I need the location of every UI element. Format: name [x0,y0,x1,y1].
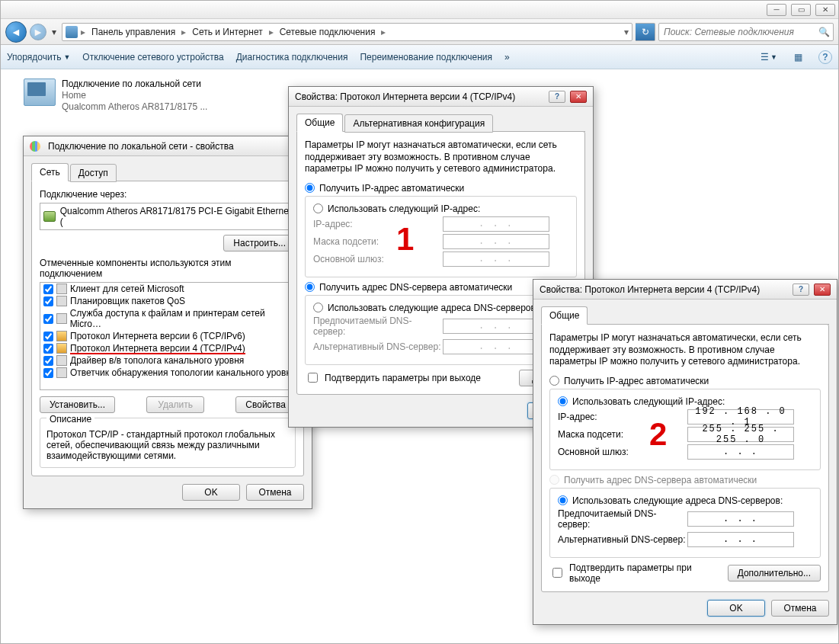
tabs: Сеть Доступ [31,162,304,181]
search-input[interactable] [662,26,818,38]
cancel-button[interactable]: Отмена [771,600,829,617]
chevron-down-icon[interactable]: ▾ [624,27,629,37]
list-item-ipv4[interactable]: Протокол Интернета версии 4 (TCP/IPv4) [40,342,295,354]
control-panel-icon [66,26,78,38]
checkbox[interactable] [43,284,53,294]
tab-general[interactable]: Общие [541,306,588,325]
dialog-title-bar[interactable]: Свойства: Протокол Интернета версии 4 (T… [289,87,593,107]
properties-button[interactable]: Свойства [235,396,296,413]
list-item[interactable]: Служба доступа к файлам и принтерам сете… [40,307,295,330]
ip-input[interactable]: 192 . 168 . 0 . 1 [687,409,794,425]
mask-input[interactable]: 255 . 255 . 255 . 0 [687,427,794,442]
alt-dns-label: Альтернативный DNS-сервер: [313,341,443,352]
checkbox[interactable] [43,296,53,306]
list-item[interactable]: Драйвер в/в тополога канального уровня [40,354,295,367]
chevron-right-icon: ▸ [379,27,387,37]
list-item[interactable]: Клиент для сетей Microsoft [40,283,295,295]
close-button[interactable]: ✕ [815,4,835,16]
help-button[interactable]: ? [793,284,809,296]
alt-dns-input[interactable]: . . . [687,532,794,547]
radio-manual-ip[interactable]: Использовать следующий IP-адрес: [558,396,812,407]
breadcrumb-segment[interactable]: Сетевые подключения [277,27,379,37]
refresh-button[interactable]: ↻ [636,23,655,41]
radio[interactable] [558,396,568,406]
radio-manual-ip[interactable]: Использовать следующий IP-адрес: [313,203,568,214]
components-list[interactable]: Клиент для сетей Microsoft Планировщик п… [40,282,296,390]
breadcrumb[interactable]: ▸ Панель управления ▸ Сеть и Интернет ▸ … [62,23,632,41]
uninstall-button[interactable]: Удалить [146,396,204,413]
ok-button[interactable]: OK [182,484,240,501]
radio[interactable] [305,183,315,193]
configure-button[interactable]: Настроить... [223,235,296,252]
radio-auto-ip[interactable]: Получить IP-адрес автоматически [549,376,821,386]
validate-checkbox[interactable] [552,568,562,578]
validate-checkbox[interactable] [308,373,318,383]
help-icon[interactable]: ? [818,50,832,64]
ip-input[interactable]: . . . [443,216,549,232]
minimize-button[interactable]: ─ [767,4,786,16]
radio-auto-ip[interactable]: Получить IP-адрес автоматически [305,183,577,194]
component-icon [56,284,67,294]
search-icon[interactable]: 🔍 [818,27,830,37]
radio-auto-dns[interactable]: Получить адрес DNS-сервера автоматически [549,475,821,485]
tab-alternate[interactable]: Альтернативная конфигурация [344,114,493,133]
toolbar-organize[interactable]: Упорядочить▼ [7,52,70,62]
toolbar-rename[interactable]: Переименование подключения [360,52,492,62]
gateway-input[interactable]: . . . [443,252,549,267]
checkbox[interactable] [43,356,53,366]
pref-dns-input[interactable]: . . . [687,511,794,527]
tabs: Общие Альтернативная конфигурация [296,113,585,132]
component-icon [56,296,67,306]
gateway-input[interactable]: . . . [687,444,794,460]
list-item[interactable]: Планировщик пакетов QoS [40,295,295,307]
install-button[interactable]: Установить... [40,396,115,413]
toolbar-disable[interactable]: Отключение сетевого устройства [82,52,223,62]
connection-hardware: Qualcomm Atheros AR8171/8175 ... [62,101,207,112]
radio[interactable] [549,376,559,386]
dialog-title: Подключение по локальной сети - свойства [48,141,306,152]
nav-history-dropdown[interactable]: ▾ [50,24,59,40]
tab-access[interactable]: Доступ [70,164,117,182]
checkbox[interactable] [43,368,53,378]
view-options-icon[interactable]: ☰▼ [761,50,777,65]
advanced-button[interactable]: Дополнительно... [728,565,821,582]
checkbox[interactable] [43,344,53,354]
radio[interactable] [313,303,323,312]
help-button[interactable]: ? [549,91,565,103]
forward-button[interactable]: ► [30,24,46,40]
radio-manual-dns[interactable]: Использовать следующие адреса DNS-сервер… [558,495,812,506]
cancel-button[interactable]: Отмена [246,484,304,501]
close-button[interactable]: ✕ [570,91,587,103]
radio[interactable] [305,282,315,292]
tab-network[interactable]: Сеть [31,163,69,181]
tab-general[interactable]: Общие [296,114,343,132]
checkbox[interactable] [43,314,53,324]
radio-manual-dns[interactable]: Использовать следующие адреса DNS-сервер… [313,303,568,313]
adapter-name: Qualcomm Atheros AR8171/8175 PCI-E Gigab… [60,206,292,227]
network-icon [30,141,40,152]
checkbox[interactable] [43,332,53,341]
radio[interactable] [313,203,323,213]
description-title: Описание [46,414,94,425]
search-box[interactable]: 🔍 [658,23,834,41]
maximize-button[interactable]: ▭ [791,4,811,16]
ok-button[interactable]: OK [707,600,765,617]
radio[interactable] [558,495,568,505]
validate-label: Подтвердить параметры при выходе [325,373,514,383]
toolbar-more[interactable]: » [504,52,510,62]
connection-status: Home [62,90,207,101]
connect-using-label: Подключение через: [40,189,296,200]
list-item[interactable]: Ответчик обнаружения топологии канальног… [40,367,295,379]
breadcrumb-segment[interactable]: Сеть и Интернет [189,27,265,37]
toolbar-diagnose[interactable]: Диагностика подключения [236,52,348,62]
dialog-title-bar[interactable]: Свойства: Протокол Интернета версии 4 (T… [533,280,837,300]
close-button[interactable]: ✕ [814,284,831,296]
dialog-title-bar[interactable]: Подключение по локальной сети - свойства [24,136,312,156]
mask-input[interactable]: . . . [443,234,549,249]
lan-properties-dialog: Подключение по локальной сети - свойства… [23,136,312,509]
component-icon [56,367,67,378]
list-item[interactable]: Протокол Интернета версии 6 (TCP/IPv6) [40,330,295,342]
preview-pane-icon[interactable]: ▦ [789,50,806,65]
breadcrumb-segment[interactable]: Панель управления [88,27,178,37]
back-button[interactable]: ◄ [5,21,27,43]
